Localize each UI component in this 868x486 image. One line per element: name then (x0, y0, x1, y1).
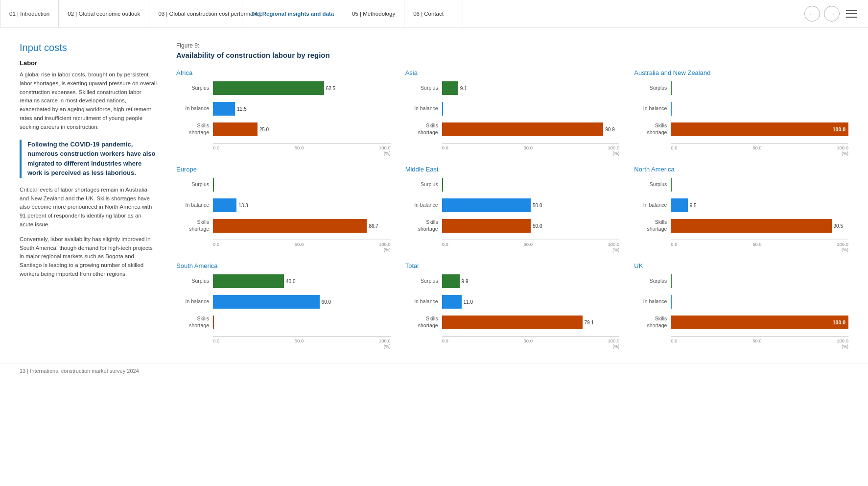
bar-row-2: Skills shortage86.7 (176, 219, 391, 233)
axis-unit-2: (%) (671, 151, 848, 156)
bar-track-0 (213, 178, 391, 192)
axis-tick-0: 0.0 (442, 242, 448, 247)
axis-unit-1: (%) (442, 151, 620, 156)
chart-north-america: North AmericaSurplusIn balance9.5Skills … (634, 166, 848, 252)
bar-row-2: Skills shortage79.1 (405, 316, 620, 329)
bar-row-2: Skills shortage (176, 316, 391, 329)
bar-row-0: Surplus (634, 81, 848, 95)
bar-track-0: 9.9 (442, 274, 620, 288)
bar-fill-0: 62.5 (213, 81, 324, 95)
bar-value-1: 12.5 (237, 106, 246, 112)
bar-row-1: In balance60.0 (176, 295, 391, 309)
axis-unit-5: (%) (671, 247, 848, 252)
bar-row-0: Surplus (405, 178, 620, 192)
nav-item-06[interactable]: 06 | Contact (404, 0, 463, 27)
axis-tick-1: 50.0 (523, 145, 533, 150)
nav-next-button[interactable]: → (824, 6, 840, 22)
bar-chart-8: SurplusIn balanceSkills shortage100.00.0… (634, 274, 848, 349)
bar-value-2: 90.5 (834, 223, 843, 229)
subsection-title: Labor (20, 59, 157, 67)
bar-chart-4: SurplusIn balance50.0Skills shortage50.0… (405, 178, 620, 252)
axis-line-2: 0.050.0100.0 (671, 143, 848, 150)
bar-label-2: Skills shortage (634, 122, 671, 136)
bar-track-2: 79.1 (442, 316, 620, 329)
bar-fill-1 (671, 102, 672, 116)
bar-label-2: Skills shortage (176, 219, 213, 232)
bar-fill-1 (671, 295, 672, 309)
nav-item-05[interactable]: 05 | Methodology (343, 0, 404, 27)
axis-unit-4: (%) (442, 247, 620, 252)
bar-fill-0 (213, 178, 214, 192)
bar-value-2: 100.0 (833, 126, 845, 132)
bar-track-0 (671, 178, 848, 192)
axis-line-6: 0.050.0100.0 (213, 336, 391, 343)
bar-label-0: Surplus (176, 278, 213, 285)
axis-container-5: 0.050.0100.0(%) (634, 240, 848, 252)
bar-value-1: 13.3 (238, 203, 248, 208)
bar-fill-2: 86.7 (213, 219, 367, 233)
bar-label-2: Skills shortage (634, 316, 671, 329)
axis-tick-2: 100.0 (379, 145, 391, 150)
blockquote: Following the COVID-19 pandemic, numerou… (20, 140, 157, 178)
axis-tick-0: 0.0 (671, 242, 677, 247)
axis-tick-2: 100.0 (608, 145, 620, 150)
bar-label-0: Surplus (176, 85, 213, 92)
chart-title-7: Total (405, 262, 620, 269)
right-panel: Figure 9: Availability of construction l… (166, 42, 848, 349)
axis-tick-2: 100.0 (837, 338, 848, 343)
nav-item-02[interactable]: 02 | Global economic outlook (59, 0, 149, 27)
bar-fill-0 (442, 178, 443, 192)
nav-menu-button[interactable] (844, 6, 859, 22)
bar-value-1: 50.0 (533, 203, 542, 208)
axis-tick-0: 0.0 (671, 145, 677, 150)
chart-africa: AfricaSurplus62.5In balance12.5Skills sh… (176, 69, 391, 156)
bar-row-1: In balance50.0 (405, 198, 620, 212)
chart-title-4: Middle East (405, 166, 620, 173)
bar-track-2 (213, 316, 391, 329)
axis-line-0: 0.050.0100.0 (213, 143, 391, 150)
bar-row-1: In balance (634, 102, 848, 116)
nav-item-03[interactable]: 03 | Global construction cost performanc… (149, 0, 242, 27)
bar-row-0: Surplus9.9 (405, 274, 620, 288)
bar-row-2: Skills shortage50.0 (405, 219, 620, 233)
bar-track-1: 60.0 (213, 295, 391, 309)
bar-value-0: 40.0 (286, 279, 295, 284)
chart-title-1: Asia (405, 69, 620, 76)
bar-fill-0: 9.1 (442, 81, 458, 95)
bar-fill-2: 90.9 (442, 122, 604, 136)
bar-value-2: 100.0 (833, 319, 845, 325)
axis-container-1: 0.050.0100.0(%) (405, 143, 620, 156)
axis-line-7: 0.050.0100.0 (442, 336, 620, 343)
nav-item-01[interactable]: 01 | Introduction (0, 0, 59, 27)
axis-unit-8: (%) (671, 344, 848, 349)
axis-container-0: 0.050.0100.0(%) (176, 143, 391, 156)
bar-value-2: 90.9 (605, 127, 614, 132)
bar-chart-6: Surplus40.0In balance60.0Skills shortage… (176, 274, 391, 349)
body-text-2: Critical levels of labor shortages remai… (20, 186, 157, 229)
bar-row-0: Surplus62.5 (176, 81, 391, 95)
bar-track-0 (442, 178, 620, 192)
nav-prev-button[interactable]: ← (804, 6, 820, 22)
axis-tick-0: 0.0 (213, 338, 219, 343)
axis-tick-0: 0.0 (213, 145, 219, 150)
chart-title-5: North America (634, 166, 848, 173)
axis-line-3: 0.050.0100.0 (213, 240, 391, 247)
bar-fill-1: 50.0 (442, 198, 531, 212)
nav-item-04[interactable]: 04 | Regional insights and data (242, 0, 343, 27)
axis-tick-1: 50.0 (295, 242, 304, 247)
bar-track-2: 50.0 (442, 219, 620, 233)
bar-label-2: Skills shortage (176, 122, 213, 136)
bar-track-0 (671, 274, 848, 288)
navigation: 01 | Introduction 02 | Global economic o… (0, 0, 868, 27)
axis-tick-2: 100.0 (837, 242, 848, 247)
bar-row-1: In balance11.0 (405, 295, 620, 309)
axis-line-1: 0.050.0100.0 (442, 143, 620, 150)
chart-uk: UKSurplusIn balanceSkills shortage100.00… (634, 262, 848, 349)
bar-row-0: Surplus (176, 178, 391, 192)
axis-unit-6: (%) (213, 344, 391, 349)
bar-label-1: In balance (405, 298, 442, 305)
bar-row-1: In balance13.3 (176, 198, 391, 212)
bar-row-1: In balance (634, 295, 848, 309)
axis-tick-1: 50.0 (752, 145, 762, 150)
bar-row-0: Surplus40.0 (176, 274, 391, 288)
